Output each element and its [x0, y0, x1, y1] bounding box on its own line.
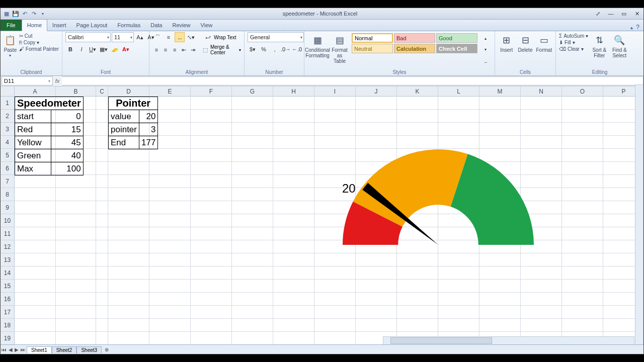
percent-icon[interactable]: %	[259, 44, 269, 54]
format-cells-button[interactable]: ▭Format	[536, 32, 552, 53]
row-header-3[interactable]: 3	[1, 123, 15, 136]
sheet-tab-2[interactable]: Sheet2	[52, 346, 77, 353]
style-normal[interactable]: Normal	[352, 33, 393, 43]
col-header-L[interactable]: L	[438, 86, 479, 97]
col-header-D[interactable]: D	[108, 86, 149, 97]
font-size-dropdown[interactable]: 11	[112, 32, 134, 42]
tab-data[interactable]: Data	[145, 20, 167, 31]
ribbon-min-icon[interactable]: ▴	[630, 25, 633, 30]
horizontal-scrollbar[interactable]	[383, 336, 634, 345]
speedometer-chart[interactable]: 20	[330, 144, 546, 275]
col-header-H[interactable]: H	[273, 86, 314, 97]
paste-button[interactable]: 📋 Paste ▾	[4, 32, 17, 58]
col-header-J[interactable]: J	[356, 86, 397, 97]
row-header-7[interactable]: 7	[1, 175, 15, 188]
style-more-icon[interactable]: ⎯	[480, 55, 491, 65]
delete-cells-button[interactable]: ⊟Delete	[517, 32, 533, 53]
autosum-button[interactable]: Σ AutoSum ▾	[559, 33, 588, 39]
align-left-icon[interactable]: ≡	[152, 45, 160, 55]
format-painter-button[interactable]: 🖌 Format Painter	[19, 46, 59, 52]
redo-icon[interactable]: ↷	[30, 10, 38, 18]
help-icon[interactable]: ?	[636, 24, 639, 31]
col-header-E[interactable]: E	[149, 86, 191, 97]
row-header-18[interactable]: 18	[1, 319, 15, 332]
merge-center-button[interactable]: Merge & Center	[210, 44, 238, 55]
tab-page-layout[interactable]: Page Layout	[71, 20, 113, 31]
style-check-cell[interactable]: Check Cell	[436, 44, 477, 53]
row-header-19[interactable]: 19	[1, 332, 15, 345]
col-header-O[interactable]: O	[562, 86, 603, 97]
col-header-M[interactable]: M	[479, 86, 521, 97]
undo-icon[interactable]: ↶	[21, 10, 29, 18]
restore-icon[interactable]: ▭	[617, 10, 630, 18]
bold-button[interactable]: B	[65, 44, 75, 54]
row-header-11[interactable]: 11	[1, 227, 15, 240]
row-header-5[interactable]: 5	[1, 149, 15, 162]
minimize-icon[interactable]: —	[604, 10, 617, 18]
fill-color-button[interactable]: ◢▾	[110, 44, 120, 54]
tab-formulas[interactable]: Formulas	[112, 20, 145, 31]
row-header-1[interactable]: 1	[1, 97, 15, 110]
sort-filter-button[interactable]: ⇅Sort & Filter	[590, 32, 608, 58]
col-header-N[interactable]: N	[521, 86, 562, 97]
find-select-button[interactable]: 🔍Find & Select	[610, 32, 628, 58]
row-header-13[interactable]: 13	[1, 253, 15, 266]
formula-input[interactable]	[62, 76, 643, 85]
row-header-12[interactable]: 12	[1, 240, 15, 253]
align-center-icon[interactable]: ≡	[162, 45, 170, 55]
row-header-8[interactable]: 8	[1, 188, 15, 201]
row-header-4[interactable]: 4	[1, 136, 15, 149]
italic-button[interactable]: I	[76, 44, 87, 54]
underline-button[interactable]: U▾	[88, 44, 98, 54]
style-scroll-up-icon[interactable]: ▴	[480, 33, 491, 43]
dec-decimal-icon[interactable]: ←.0	[292, 44, 302, 54]
row-header-6[interactable]: 6	[1, 162, 15, 175]
minimize-ribbon-icon[interactable]: ⤢	[591, 10, 604, 18]
orientation-icon[interactable]: ⤡▾	[186, 32, 196, 42]
grow-font-icon[interactable]: A▴	[135, 32, 145, 42]
sheet-nav-last-icon[interactable]: ⏭	[20, 347, 27, 352]
tab-file[interactable]: File	[1, 20, 22, 31]
sheet-nav-first-icon[interactable]: ⏮	[1, 347, 8, 352]
sheet-tab-3[interactable]: Sheet3	[76, 346, 102, 353]
save-icon[interactable]: 💾	[12, 10, 20, 18]
insert-cells-button[interactable]: ⊞Insert	[498, 32, 515, 53]
align-bottom-icon[interactable]: ⎵	[175, 32, 185, 42]
style-scroll-down-icon[interactable]: ▾	[480, 44, 491, 54]
tab-view[interactable]: View	[196, 20, 218, 31]
row-header-2[interactable]: 2	[1, 110, 15, 123]
new-sheet-icon[interactable]: ⊕	[104, 347, 110, 352]
style-neutral[interactable]: Neutral	[352, 44, 393, 53]
indent-inc-icon[interactable]: ⇥	[189, 45, 197, 55]
clear-button[interactable]: ⌫ Clear ▾	[559, 46, 588, 52]
align-top-icon[interactable]: ⎴	[152, 32, 163, 42]
col-header-K[interactable]: K	[397, 86, 438, 97]
col-header-F[interactable]: F	[191, 86, 232, 97]
format-as-table-button[interactable]: ▤Format as Table	[330, 32, 350, 64]
style-calculation[interactable]: Calculation	[394, 44, 435, 53]
sheet-nav-next-icon[interactable]: ▶	[14, 347, 20, 352]
inc-decimal-icon[interactable]: .0→	[281, 44, 291, 54]
col-header-I[interactable]: I	[314, 86, 356, 97]
row-header-10[interactable]: 10	[1, 214, 15, 227]
row-header-9[interactable]: 9	[1, 201, 15, 214]
indent-dec-icon[interactable]: ⇤	[180, 45, 188, 55]
qat-more-icon[interactable]: ▾	[39, 10, 47, 18]
font-color-button[interactable]: A▾	[121, 44, 131, 54]
fx-icon[interactable]: fx	[53, 78, 62, 84]
tab-home[interactable]: Home	[22, 19, 47, 31]
row-header-14[interactable]: 14	[1, 266, 15, 280]
col-header-A[interactable]: A	[15, 86, 56, 97]
sheet-nav-prev-icon[interactable]: ◀	[8, 347, 14, 352]
vertical-scrollbar[interactable]	[635, 84, 643, 345]
tab-insert[interactable]: Insert	[47, 20, 71, 31]
number-format-dropdown[interactable]: General	[248, 32, 304, 42]
align-middle-icon[interactable]: ≡	[164, 32, 174, 42]
name-box[interactable]: D11▾	[2, 76, 53, 85]
currency-icon[interactable]: $▾	[248, 44, 258, 54]
row-header-15[interactable]: 15	[1, 280, 15, 293]
worksheet-area[interactable]: ABCDEFGHIJKLMNOP 12345678910111213141516…	[1, 86, 643, 354]
font-name-dropdown[interactable]: Calibri	[65, 32, 111, 42]
col-header-G[interactable]: G	[232, 86, 273, 97]
row-header-16[interactable]: 16	[1, 293, 15, 306]
